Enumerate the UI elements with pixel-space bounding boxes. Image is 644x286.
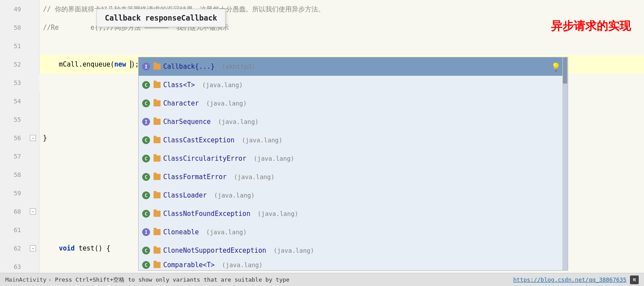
ac-name-classfmterr: ClassFormatError bbox=[163, 173, 227, 181]
line-number-51: 51 bbox=[0, 37, 26, 55]
ac-item-class[interactable]: C Class<T> (java.lang) bbox=[139, 76, 568, 94]
line-text-52a: mCall.enqueue( bbox=[43, 60, 114, 68]
ac-type-comparable: (java.lang) bbox=[218, 261, 262, 268]
ac-folder-classcircerr bbox=[154, 155, 161, 162]
line-number-59: 59 bbox=[0, 184, 26, 202]
ac-type-classcastexc: (java.lang) bbox=[238, 137, 283, 144]
ac-badge-c-comparable: C bbox=[142, 261, 150, 269]
ac-item-classcircularityerror[interactable]: C ClassCircularityError (java.lang) bbox=[139, 149, 568, 168]
fold-icon-62[interactable]: − bbox=[30, 245, 36, 251]
status-url[interactable]: https://blog.csdn.net/qq_38867635 bbox=[513, 276, 626, 283]
ac-badge-c-classfmterr: C bbox=[142, 173, 150, 181]
line-text-62a bbox=[43, 244, 59, 252]
tab-name[interactable]: MainActivity › bbox=[5, 276, 51, 283]
line-text-50a: //Re bbox=[43, 24, 59, 32]
ac-type-cloneable: (java.lang) bbox=[202, 229, 247, 236]
line-gutter-52 bbox=[26, 55, 39, 74]
ac-item-classcastexception[interactable]: C ClassCastException (java.lang) bbox=[139, 131, 568, 149]
status-hint: Press Ctrl+Shift+空格 to show only variant… bbox=[55, 276, 290, 284]
ac-name-class: Class<T> bbox=[163, 81, 195, 89]
ac-badge-c-classcastexc: C bbox=[142, 136, 150, 144]
ac-type-class: (java.lang) bbox=[198, 81, 243, 88]
line-number-50: 50 bbox=[0, 18, 26, 37]
ac-type-clonenotsup: (java.lang) bbox=[270, 247, 314, 254]
ac-folder-classloader bbox=[154, 192, 161, 198]
fold-icon-56[interactable]: − bbox=[30, 135, 36, 141]
ac-name-classloader: ClassLoader bbox=[163, 191, 207, 199]
line-gutter-50 bbox=[26, 18, 39, 37]
line-gutter-61 bbox=[26, 221, 39, 239]
ac-folder-clonenotsup bbox=[154, 247, 161, 254]
pi-icon: π bbox=[630, 275, 639, 284]
code-area: Callback responseCallback 异步请求的实现 49 // … bbox=[0, 0, 644, 273]
editor-container: Callback responseCallback 异步请求的实现 49 // … bbox=[0, 0, 644, 286]
ac-item-character[interactable]: C Character (java.lang) bbox=[139, 94, 568, 113]
code-line-51: 51 bbox=[0, 37, 644, 55]
line-number-58: 58 bbox=[0, 166, 26, 184]
ac-badge-i-charsequence: I bbox=[142, 118, 150, 126]
ac-scrollbar[interactable] bbox=[562, 57, 568, 270]
line-gutter-58 bbox=[26, 166, 39, 184]
line-number-61: 61 bbox=[0, 221, 26, 239]
ac-type-callback: (okhttp3) bbox=[218, 63, 255, 70]
ac-type-classfmterr: (java.lang) bbox=[230, 173, 275, 180]
ac-folder-callback bbox=[154, 64, 161, 70]
ac-folder-character bbox=[154, 100, 161, 106]
ac-item-comparable[interactable]: C Comparable<T> (java.lang) bbox=[139, 260, 568, 270]
fold-icon-60[interactable]: − bbox=[30, 208, 36, 215]
ac-badge-c-classnotfound: C bbox=[142, 210, 150, 218]
keyword-void: void bbox=[59, 244, 75, 252]
ac-item-classformaterror[interactable]: C ClassFormatError (java.lang) bbox=[139, 168, 568, 186]
line-gutter-51 bbox=[26, 37, 39, 55]
ac-item-clonenotsupported[interactable]: C CloneNotSupportedException (java.lang) bbox=[139, 241, 568, 260]
ac-name-classcircerr: ClassCircularityError bbox=[163, 155, 247, 162]
status-bar: MainActivity › Press Ctrl+Shift+空格 to sh… bbox=[0, 273, 644, 286]
ac-name-charsequence: CharSequence bbox=[163, 118, 211, 126]
autocomplete-dropdown: I Callback{...} (okhttp3) 💡 C Class<T> (… bbox=[138, 57, 568, 271]
ac-item-classnotfound[interactable]: C ClassNotFoundException (java.lang) bbox=[139, 205, 568, 223]
line-gutter-54 bbox=[26, 92, 39, 110]
vertical-line bbox=[39, 0, 39, 273]
ac-badge-i-cloneable: I bbox=[142, 228, 150, 236]
line-gutter-53 bbox=[26, 74, 39, 92]
ac-badge-i-callback: I bbox=[142, 63, 150, 71]
bulb-icon: 💡 bbox=[551, 62, 561, 71]
line-gutter-60: − bbox=[26, 202, 39, 221]
line-number-52: 52 bbox=[0, 55, 26, 74]
tab-arrow: › bbox=[48, 277, 51, 283]
line-gutter-62: − bbox=[26, 239, 39, 258]
line-text-56: } bbox=[43, 134, 47, 142]
ac-folder-classcastexc bbox=[154, 137, 161, 143]
ac-item-callback[interactable]: I Callback{...} (okhttp3) 💡 bbox=[139, 57, 568, 76]
ac-name-classcastexc: ClassCastException bbox=[163, 136, 235, 144]
line-number-53: 53 bbox=[0, 74, 26, 92]
ac-folder-classfmterr bbox=[154, 174, 161, 180]
ac-name-classnotfound: ClassNotFoundException bbox=[163, 210, 250, 218]
status-left: MainActivity › Press Ctrl+Shift+空格 to sh… bbox=[5, 276, 290, 284]
line-number-60: 60 bbox=[0, 202, 26, 221]
line-number-62: 62 bbox=[0, 239, 26, 258]
ac-type-classcircerr: (java.lang) bbox=[250, 155, 294, 162]
status-right-area: https://blog.csdn.net/qq_38867635 π bbox=[513, 275, 639, 284]
ac-item-cloneable[interactable]: I Cloneable (java.lang) bbox=[139, 223, 568, 241]
tab-name-text: MainActivity bbox=[5, 276, 47, 283]
ac-badge-c-class: C bbox=[142, 81, 150, 89]
ac-name-cloneable: Cloneable bbox=[163, 228, 199, 236]
ac-item-classloader[interactable]: C ClassLoader (java.lang) bbox=[139, 186, 568, 205]
ac-badge-c-clonenotsup: C bbox=[142, 247, 150, 254]
ac-folder-cloneable bbox=[154, 229, 161, 235]
ac-badge-c-character: C bbox=[142, 99, 150, 107]
ac-type-character: (java.lang) bbox=[202, 100, 247, 107]
ac-name-character: Character bbox=[163, 99, 199, 107]
chinese-annotation: 异步请求的实现 bbox=[551, 18, 631, 34]
ac-name-clonenotsup: CloneNotSupportedException bbox=[163, 247, 266, 254]
ac-name-comparable: Comparable<T> bbox=[163, 261, 215, 269]
ac-scrollbar-thumb bbox=[563, 57, 567, 84]
ac-folder-charsequence bbox=[154, 119, 161, 125]
ac-type-charsequence: (java.lang) bbox=[214, 118, 258, 125]
ac-type-classnotfound: (java.lang) bbox=[254, 210, 298, 217]
line-keyword-new: new bbox=[114, 60, 126, 68]
ac-item-charsequence[interactable]: I CharSequence (java.lang) bbox=[139, 113, 568, 131]
ac-folder-comparable bbox=[154, 262, 161, 268]
ac-folder-classnotfound bbox=[154, 211, 161, 217]
